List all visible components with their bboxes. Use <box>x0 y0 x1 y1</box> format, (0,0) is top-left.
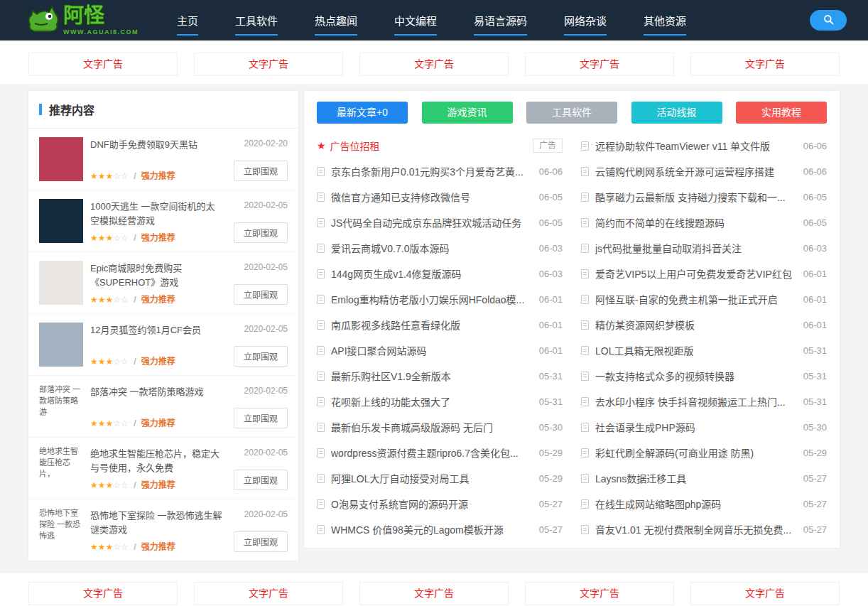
article-date: 05-29 <box>539 473 563 484</box>
article-rows-right: 远程协助软件TeamViewer v11 单文件版 06-06 云铺购代刷网系统… <box>581 133 827 542</box>
article-row: Emlog重构精仿老版小刀娱乐网HFoldao模... 06-01 <box>317 286 563 312</box>
article-link[interactable]: 社会语录生成PHP源码 <box>595 420 796 434</box>
article-link[interactable]: 南瓜影视多线路任意看绿化版 <box>331 318 532 332</box>
text-ad-link[interactable]: 文字广告 <box>690 53 840 76</box>
text-ad-link[interactable]: 文字广告 <box>525 582 674 605</box>
nav-item[interactable]: 中文编程 <box>376 13 455 36</box>
text-ad-link[interactable]: 文字广告 <box>28 582 178 605</box>
article-link[interactable]: Emlog重构精仿老版小刀娱乐网HFoldao模... <box>331 292 532 306</box>
category-button[interactable]: 实用教程 <box>736 102 827 124</box>
article-link[interactable]: 最新乐购社区V1.9全新版本 <box>331 369 532 383</box>
article-link[interactable]: 京东白条新用户0.01元购买3个月爱奇艺黄... <box>331 164 532 178</box>
document-icon <box>317 269 325 278</box>
item-title[interactable]: Epic商城限时免费购买《SUPERHOT》游戏 <box>90 261 222 290</box>
nav-item[interactable]: 网络杂谈 <box>546 13 625 36</box>
text-ad-link[interactable]: 文字广告 <box>28 53 178 76</box>
article-row: 远程协助软件TeamViewer v11 单文件版 06-06 <box>581 133 827 158</box>
ad-slot-title: 广告位招租 <box>330 139 533 153</box>
article-link[interactable]: 彩虹代刷全解源码(可商业用途 防黑) <box>595 445 796 460</box>
document-icon <box>581 244 589 253</box>
view-now-button[interactable]: 立即围观 <box>234 284 288 305</box>
article-link[interactable]: 微信官方通知已支持修改微信号 <box>331 190 532 204</box>
text-ad-link[interactable]: 文字广告 <box>194 53 343 76</box>
item-title[interactable]: 1000天逃生 一款空间街机的太空模拟经营游戏 <box>90 200 222 228</box>
article-link[interactable]: 云铺购代刷网系统全开源可运营程序搭建 <box>595 164 796 178</box>
article-link[interactable]: JS代码全自动完成京东品牌狂欢城活动任务 <box>331 215 532 229</box>
view-now-button[interactable]: 立即围观 <box>234 161 288 181</box>
item-thumbnail[interactable]: 部落冲突 一款塔防策略游 <box>39 384 83 428</box>
item-thumbnail[interactable]: 绝地求生智能压枪芯片， <box>39 446 83 490</box>
nav-item[interactable]: 易语言源码 <box>455 13 546 36</box>
article-link[interactable]: 在线生成网站缩略图php源码 <box>595 497 796 511</box>
category-button[interactable]: 游戏资讯 <box>422 102 513 124</box>
article-link[interactable]: 爱讯云商城V0.7.0版本源码 <box>331 241 532 255</box>
article-row: 最新伯乐发卡商城高级版源码 无后门 05-30 <box>317 414 563 440</box>
article-link[interactable]: wordpress资源付费主题ripro6.7含美化包... <box>331 445 532 460</box>
article-link[interactable]: WHMCS 价值98美元的Lagom模板开源 <box>331 522 532 536</box>
nav-item[interactable]: 热点趣闻 <box>296 13 376 36</box>
text-ad-link[interactable]: 文字广告 <box>525 53 674 76</box>
article-link[interactable]: 144g网页生成v1.4修复版源码 <box>331 266 532 281</box>
article-date: 06-05 <box>539 217 563 228</box>
item-title[interactable]: 恐怖地下室探险 一款恐怖逃生解谜类游戏 <box>90 509 222 537</box>
category-button[interactable]: 最新文章+0 <box>317 102 408 124</box>
ad-slot-row[interactable]: ★ 广告位招租 广告 <box>317 133 563 158</box>
article-link[interactable]: 阿狸LOL大厅自动接受对局工具 <box>331 471 532 485</box>
view-now-button[interactable]: 立即围观 <box>234 470 288 490</box>
item-thumbnail[interactable] <box>39 137 83 181</box>
nav-item[interactable]: 主页 <box>158 13 217 36</box>
article-link[interactable]: 花呗新上线的功能太强大了 <box>331 394 532 408</box>
text-ad-link[interactable]: 文字广告 <box>359 53 509 76</box>
article-link[interactable]: 爱奇艺VIP5以上用户可免费发爱奇艺VIP红包 <box>595 266 796 281</box>
view-now-button[interactable]: 立即围观 <box>234 222 288 243</box>
article-link[interactable]: 一款支持格式众多的视频转换器 <box>595 369 796 383</box>
article-row: 阿怪互联-自家的免费主机第一批正式开启 06-01 <box>581 286 827 312</box>
recommend-label: 强力推荐 <box>141 357 175 367</box>
rating-separator: / <box>134 418 136 428</box>
view-now-button[interactable]: 立即围观 <box>234 346 288 367</box>
category-button[interactable]: 工具软件 <box>526 102 617 124</box>
category-button[interactable]: 活动线报 <box>631 102 722 124</box>
item-title[interactable]: 部落冲突 一款塔防策略游戏 <box>90 385 222 399</box>
article-link[interactable]: Laysns数据迁移工具 <box>595 471 796 485</box>
article-link[interactable]: API接口聚合网站源码 <box>331 343 532 357</box>
article-link[interactable]: 酷享磁力云最新版 支持磁力搜索下载和一... <box>595 190 796 204</box>
item-thumbnail[interactable] <box>39 323 83 367</box>
article-link[interactable]: 远程协助软件TeamViewer v11 单文件版 <box>595 139 796 153</box>
article-date: 06-03 <box>539 269 563 279</box>
item-thumbnail[interactable] <box>39 199 83 243</box>
article-link[interactable]: 简约而不简单的在线搜题源码 <box>595 215 796 229</box>
text-ad-link[interactable]: 文字广告 <box>359 582 509 605</box>
rating-separator: / <box>134 233 136 243</box>
site-logo[interactable]: 阿怪 WWW.AGUAI8.COM <box>26 4 139 37</box>
article-link[interactable]: 精仿某资源网织梦模板 <box>595 318 796 332</box>
item-thumbnail[interactable] <box>39 261 83 305</box>
item-rating: ★★★☆☆ / 强力推荐 <box>90 169 222 181</box>
article-link[interactable]: O泡易支付系统官网的源码开源 <box>331 497 532 511</box>
bottom-ad-strip: 文字广告 文字广告 文字广告 文字广告 文字广告 <box>0 573 868 606</box>
view-now-button[interactable]: 立即围观 <box>234 531 288 552</box>
view-now-button[interactable]: 立即围观 <box>234 408 288 428</box>
item-title[interactable]: DNF助手免费领取9天黑钻 <box>90 138 222 152</box>
search-button[interactable] <box>810 10 847 31</box>
recommended-item: DNF助手免费领取9天黑钻 ★★★☆☆ / 强力推荐 2020-02-20 立即… <box>28 129 298 190</box>
article-link[interactable]: 阿怪互联-自家的免费主机第一批正式开启 <box>595 292 796 306</box>
article-link[interactable]: 去水印小程序 快手抖音视频搬运工上热门... <box>595 394 796 408</box>
nav-item[interactable]: 工具软件 <box>217 13 296 36</box>
item-meta: 2020-02-05 立即围观 <box>222 261 288 305</box>
article-row: O泡易支付系统官网的源码开源 05-27 <box>317 491 563 516</box>
item-title[interactable]: 12月灵狐签约领1月CF会员 <box>90 323 222 337</box>
item-thumbnail[interactable]: 恐怖地下室探险 一款恐怖逃 <box>39 508 83 552</box>
document-icon <box>317 525 325 534</box>
nav-item[interactable]: 其他资源 <box>625 13 705 36</box>
item-title[interactable]: 绝地求生智能压枪芯片，稳定大与号使用，永久免费 <box>90 447 222 475</box>
article-link[interactable]: LOL工具箱无限视距版 <box>595 343 796 357</box>
text-ad-link[interactable]: 文字广告 <box>690 582 840 605</box>
text-ad-link[interactable]: 文字广告 <box>194 582 343 605</box>
article-link[interactable]: 音友V1.01 无视付费限制全网音乐无损免费... <box>595 522 796 536</box>
document-icon <box>317 320 325 330</box>
nav-item-label: 中文编程 <box>394 13 437 36</box>
article-link[interactable]: 最新伯乐发卡商城高级版源码 无后门 <box>331 420 532 434</box>
article-link[interactable]: js代码批量批量自动取消抖音关注 <box>595 241 796 255</box>
article-row: 简约而不简单的在线搜题源码 06-05 <box>581 210 827 235</box>
